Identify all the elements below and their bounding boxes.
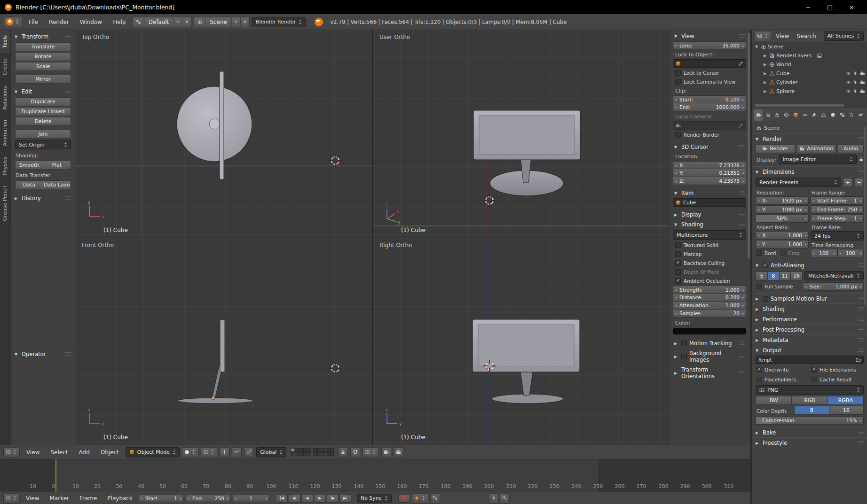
menu-window[interactable]: Window — [76, 17, 106, 27]
backface-culling-row[interactable]: Backface Culling — [671, 258, 748, 267]
display-panel-header[interactable]: ▶ Display — [671, 209, 748, 219]
file-extensions-checkbox[interactable] — [812, 367, 817, 372]
sampled-motion-blur-checkbox[interactable] — [763, 296, 768, 302]
ambient-occlusion-row[interactable]: Ambient Occlusion — [671, 276, 748, 285]
file-extensions-row[interactable]: File Extensions — [811, 365, 864, 374]
scene-name[interactable]: Scene — [205, 19, 231, 25]
expand-icon[interactable]: ▶ — [763, 71, 767, 76]
operator-panel-header[interactable]: ▼ Operator — [11, 349, 75, 359]
overwrite-checkbox[interactable] — [757, 367, 762, 372]
panel-grip[interactable] — [739, 191, 745, 195]
history-panel-header[interactable]: ▶ History — [11, 193, 75, 203]
render-restrict-camera-icon[interactable] — [860, 71, 865, 76]
render-restrict-camera-icon[interactable] — [860, 89, 865, 94]
color-rgba-button[interactable]: RGBA — [828, 396, 864, 405]
remap-new-field[interactable]: 100 — [837, 249, 864, 257]
eyedropper-icon[interactable] — [738, 61, 743, 66]
outliner-item-label[interactable]: Cylinder — [776, 79, 798, 85]
outliner-row-cube[interactable]: ▶ Cube — [752, 69, 867, 78]
panel-grip[interactable] — [858, 297, 864, 301]
frame-rate-dropdown[interactable]: 24 fps — [811, 231, 864, 240]
panel-grip[interactable] — [858, 170, 864, 174]
panel-grip[interactable] — [858, 318, 864, 322]
snap-toggle[interactable] — [350, 447, 360, 457]
layer-toggle[interactable] — [303, 448, 307, 452]
viewport-top-ortho[interactable]: y x Top Ortho (1) Cube — [75, 30, 372, 238]
front-ortho-canvas[interactable]: z x — [75, 238, 372, 445]
outliner-display-mode-dropdown[interactable]: All Scenes — [824, 31, 864, 41]
transform-panel-header[interactable]: ▼ Transform — [11, 31, 75, 41]
shading-mode-dropdown[interactable]: Multitexture — [673, 230, 746, 240]
render-animation-button[interactable]: Animation — [797, 144, 836, 153]
file-format-dropdown[interactable]: PNG — [756, 385, 864, 395]
previous-keyframe-button[interactable]: ◀| — [289, 494, 300, 503]
monitor-screen-edge[interactable] — [220, 320, 225, 372]
editor-type-button[interactable] — [3, 447, 20, 457]
timeline-playback-menu[interactable]: Playback — [103, 493, 137, 504]
outliner-row-renderlayers[interactable]: ▶ RenderLayers — [752, 51, 867, 60]
panel-grip[interactable] — [858, 328, 864, 332]
lock-to-object-field[interactable] — [673, 59, 746, 68]
layer-toggle[interactable] — [317, 452, 321, 456]
viewport-front-ortho[interactable]: z x Front Ortho (1) Cube — [75, 238, 372, 445]
monitor-screen-inner[interactable] — [479, 116, 575, 155]
panel-grip[interactable] — [858, 307, 864, 311]
frame-step-field[interactable]: Frame Step: 1 — [811, 214, 864, 223]
pivot-point-dropdown[interactable] — [201, 447, 217, 457]
layer-toggle[interactable] — [299, 452, 303, 456]
timeline-marker-menu[interactable]: Marker — [45, 493, 73, 504]
play-reverse-button[interactable]: ◀ — [301, 494, 313, 503]
outliner-item-label[interactable]: RenderLayers — [776, 53, 812, 59]
remap-old-field[interactable]: 100 — [811, 249, 837, 257]
transform-orientation-dropdown[interactable]: Global — [256, 447, 286, 457]
full-sample-row[interactable]: Full Sample — [756, 282, 801, 291]
output-panel-header[interactable]: ▼ Output — [752, 345, 867, 355]
duplicate-linked-button[interactable]: Duplicate Linked — [15, 107, 71, 116]
aa-filter-dropdown[interactable]: Mitchell-Netravali — [804, 271, 864, 280]
panel-grip[interactable] — [739, 223, 745, 227]
background-color-swatch[interactable] — [673, 328, 746, 334]
resolution-x-field[interactable]: X: 1920 px — [756, 196, 809, 205]
depth-16-button[interactable]: 16 — [829, 406, 864, 415]
local-camera-field[interactable] — [673, 121, 746, 130]
viewport-object-menu[interactable]: Object — [96, 447, 123, 457]
editor-type-button[interactable] — [3, 493, 20, 504]
ao-distance-field[interactable]: Distance: 0.200 — [673, 294, 746, 302]
auto-key-mode-dropdown[interactable] — [412, 493, 428, 504]
item-name-value[interactable]: Cube — [683, 200, 696, 205]
layer-toggle[interactable] — [291, 452, 294, 456]
tab-create[interactable]: Create — [0, 53, 10, 81]
eyedropper-icon[interactable] — [738, 123, 743, 128]
menu-render[interactable]: Render — [45, 17, 73, 27]
motion-tracking-checkbox[interactable] — [681, 341, 687, 346]
monitor-model-front-view[interactable] — [178, 320, 253, 403]
bake-panel-header[interactable]: ▶ Bake — [752, 427, 867, 437]
manipulator-rotate-toggle[interactable] — [232, 447, 242, 457]
cache-result-row[interactable]: Cache Result — [811, 375, 864, 384]
expand-icon[interactable]: ▶ — [763, 62, 767, 67]
tab-relations[interactable]: Relations — [0, 81, 10, 115]
dimensions-panel-header[interactable]: ▼ Dimensions — [752, 167, 867, 177]
monitor-model-top-view[interactable] — [177, 71, 252, 179]
insert-keyframe-button[interactable] — [489, 493, 499, 504]
playback-sync-dropdown[interactable]: No Sync — [357, 494, 392, 503]
monitor-stand[interactable] — [520, 372, 533, 395]
start-frame-field[interactable]: Start: 1 — [139, 494, 184, 502]
edit-panel-header[interactable]: ▼ Edit — [11, 86, 75, 96]
resolution-y-field[interactable]: Y: 1080 px — [756, 205, 809, 214]
aa-samples-8-button[interactable]: 8 — [768, 271, 780, 280]
add-preset-button[interactable]: + — [843, 178, 852, 187]
expand-icon[interactable]: ▶ — [763, 54, 767, 58]
layers-widget[interactable] — [291, 448, 334, 456]
clip-end-field[interactable]: End: 1000.000 — [673, 103, 746, 111]
outliner-search-menu[interactable]: Search — [794, 31, 819, 41]
outliner-item-label[interactable]: Scene — [768, 44, 784, 50]
panel-grip[interactable] — [858, 441, 864, 445]
outliner-item-label[interactable]: Sphere — [776, 88, 795, 94]
snap-element-dropdown[interactable] — [363, 447, 379, 457]
freestyle-panel-header[interactable]: ▶ Freestyle — [752, 438, 867, 448]
shade-smooth-button[interactable]: Smooth — [15, 161, 43, 170]
breadcrumb-label[interactable]: Scene — [764, 125, 780, 131]
cursor-y-field[interactable]: Y: 0.21851 — [673, 169, 746, 177]
top-ortho-canvas[interactable]: y x — [75, 30, 372, 238]
